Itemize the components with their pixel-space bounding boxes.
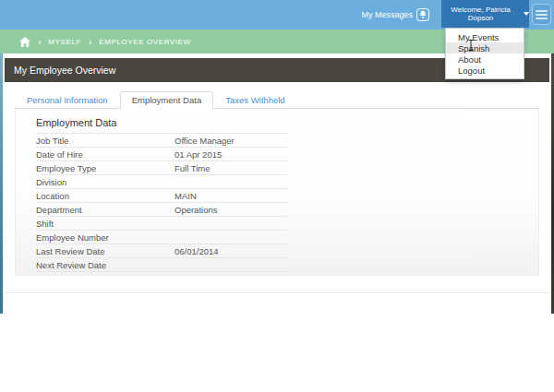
breadcrumb-separator: › — [89, 37, 91, 47]
tab-employment-data[interactable]: Employment Data — [120, 91, 214, 109]
field-value: Operations — [175, 205, 287, 215]
breadcrumb-myself[interactable]: MYSELF — [48, 38, 81, 46]
field-row-location: Location MAIN — [36, 189, 287, 203]
menu-item-about[interactable]: About — [446, 53, 524, 65]
field-row-shift: Shift — [36, 217, 287, 231]
field-row-employee-type: Employee Type Full Time — [36, 161, 287, 175]
field-value: MAIN — [175, 191, 287, 201]
caret-down-icon — [524, 12, 529, 16]
background-strip-left — [0, 53, 3, 314]
field-label: Department — [36, 205, 175, 215]
notifications-icon[interactable] — [416, 8, 429, 21]
tab-personal-information[interactable]: Personal Information — [15, 91, 120, 109]
field-value: Full Time — [175, 163, 287, 173]
my-messages-label: My Messages — [361, 10, 413, 19]
field-label: Employee Type — [36, 163, 175, 173]
field-label: Job Title — [36, 136, 175, 146]
field-label: Next Review Date — [36, 260, 175, 270]
field-row-next-review-date: Next Review Date — [36, 258, 287, 272]
field-row-department: Department Operations — [36, 203, 287, 217]
app-window: My Messages Welcome, Patricia Dopson › M… — [0, 0, 554, 392]
tab-taxes-withheld[interactable]: Taxes Withheld — [213, 91, 296, 109]
field-row-last-review-date: Last Review Date 06/01/2014 — [36, 244, 287, 258]
field-value: Office Manager — [175, 136, 287, 146]
field-row-job-title: Job Title Office Manager — [36, 134, 287, 148]
field-row-employee-number: Employee Number — [36, 231, 287, 244]
field-row-division: Division — [36, 175, 287, 189]
top-navbar: My Messages Welcome, Patricia Dopson — [0, 0, 554, 30]
user-dropdown-menu: My Events Spanish About Logout — [445, 28, 524, 79]
field-label: Location — [36, 191, 175, 201]
breadcrumb-employee-overview[interactable]: EMPLOYEE OVERVIEW — [99, 38, 190, 46]
my-messages-link[interactable]: My Messages — [361, 0, 413, 30]
menu-icon[interactable] — [532, 4, 551, 25]
field-label: Employee Number — [36, 232, 175, 243]
menu-item-logout[interactable]: Logout — [446, 65, 524, 76]
field-label: Division — [36, 177, 175, 187]
field-label: Last Review Date — [36, 246, 175, 256]
field-label: Shift — [36, 219, 175, 229]
menu-item-my-events[interactable]: My Events — [446, 31, 524, 42]
field-value: 06/01/2014 — [175, 246, 287, 256]
field-label: Date of Hire — [36, 149, 175, 160]
tab-bar: Personal Information Employment Data Tax… — [15, 91, 539, 109]
page-title: My Employee Overview — [14, 65, 115, 76]
menu-item-spanish[interactable]: Spanish — [446, 42, 524, 53]
content-card: Personal Information Employment Data Tax… — [5, 82, 549, 293]
field-row-date-of-hire: Date of Hire 01 Apr 2015 — [36, 148, 287, 161]
user-menu-button[interactable]: Welcome, Patricia Dopson — [441, 0, 529, 28]
home-icon[interactable] — [19, 37, 30, 47]
text-cursor-icon — [467, 38, 475, 54]
section-heading: Employment Data — [36, 117, 518, 128]
breadcrumb-separator: › — [38, 37, 41, 47]
welcome-label: Welcome, Patricia Dopson — [441, 6, 520, 22]
tab-panel-employment-data: Employment Data Job Title Office Manager… — [15, 109, 539, 276]
field-value: 01 Apr 2015 — [175, 149, 287, 160]
fields-table: Job Title Office Manager Date of Hire 01… — [36, 133, 287, 272]
